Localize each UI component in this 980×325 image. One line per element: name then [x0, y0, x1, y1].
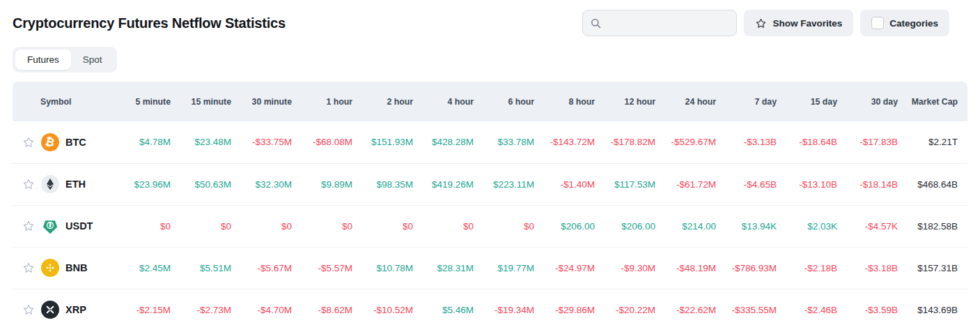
netflow-value: $428.28M	[413, 121, 474, 163]
netflow-value: $206.00	[534, 205, 595, 247]
symbol-cell: ₿BTC	[13, 121, 110, 163]
netflow-value: $9.89M	[292, 163, 352, 205]
categories-button[interactable]: Categories	[860, 10, 949, 36]
netflow-value: -$17.83B	[837, 121, 898, 163]
netflow-value: -$22.62M	[655, 289, 716, 325]
netflow-value: -$3.13B	[716, 121, 777, 163]
page-title: Cryptocurrency Futures Netflow Statistic…	[13, 15, 286, 31]
column-header-15-minute[interactable]: 15 minute	[171, 82, 231, 121]
netflow-value: $2.45M	[110, 247, 171, 289]
column-header-7-day[interactable]: 7 day	[716, 82, 777, 121]
netflow-value: $32.30M	[231, 163, 292, 205]
tab-spot[interactable]: Spot	[71, 50, 114, 70]
symbol-label: BNB	[65, 262, 87, 273]
svg-text:₮: ₮	[48, 221, 53, 229]
show-favorites-label: Show Favorites	[772, 18, 842, 29]
netflow-value: -$29.86M	[534, 289, 595, 325]
favorite-star-icon[interactable]	[22, 136, 35, 149]
netflow-value: $28.31M	[413, 247, 474, 289]
usdt-icon: ₮	[41, 217, 59, 235]
favorite-star-icon[interactable]	[22, 178, 35, 190]
table-row-bnb[interactable]: BNB$2.45M$5.51M-$5.67M-$5.57M$10.78M$28.…	[13, 247, 967, 289]
table-row-usdt[interactable]: ₮USDT$0$0$0$0$0$0$0$206.00$206.00$214.00…	[13, 205, 967, 247]
netflow-table: Symbol5 minute15 minute30 minute1 hour2 …	[13, 82, 967, 325]
netflow-value: -$4.70M	[231, 289, 292, 325]
column-header-symbol[interactable]: Symbol	[13, 82, 110, 121]
market-cap-value: $468.64B	[898, 163, 967, 205]
netflow-value: -$2.18B	[777, 247, 837, 289]
netflow-value: -$13.10B	[777, 163, 837, 205]
netflow-value: $0	[171, 205, 231, 247]
market-cap-value: $2.21T	[898, 121, 967, 163]
netflow-value: -$61.72M	[655, 163, 716, 205]
favorite-star-icon[interactable]	[22, 262, 35, 274]
netflow-value: -$529.67M	[655, 121, 716, 163]
search-input[interactable]	[607, 18, 730, 29]
xrp-icon	[41, 301, 59, 319]
netflow-value: $0	[474, 205, 534, 247]
netflow-value: $5.46M	[413, 289, 474, 325]
column-header-30-day[interactable]: 30 day	[837, 82, 898, 121]
netflow-value: $151.93M	[352, 121, 413, 163]
symbol-label: ETH	[65, 179, 86, 190]
column-header-24-hour[interactable]: 24 hour	[655, 82, 716, 121]
netflow-value: -$19.34M	[474, 289, 534, 325]
netflow-value: -$33.75M	[231, 121, 292, 163]
favorite-star-icon[interactable]	[22, 220, 35, 232]
netflow-value: -$18.14B	[837, 163, 898, 205]
netflow-value: -$48.19M	[655, 247, 716, 289]
column-header-2-hour[interactable]: 2 hour	[352, 82, 413, 121]
netflow-value: $214.00	[655, 205, 716, 247]
netflow-value: -$2.73M	[171, 289, 231, 325]
netflow-value: -$786.93M	[716, 247, 777, 289]
column-header-1-hour[interactable]: 1 hour	[292, 82, 352, 121]
netflow-value: -$8.62M	[292, 289, 352, 325]
symbol-cell: BNB	[13, 247, 110, 289]
netflow-value: -$335.55M	[716, 289, 777, 325]
netflow-value: $10.78M	[352, 247, 413, 289]
table-row-xrp[interactable]: XRP-$2.15M-$2.73M-$4.70M-$8.62M-$10.52M$…	[13, 289, 967, 325]
netflow-value: $0	[292, 205, 352, 247]
symbol-label: BTC	[65, 137, 86, 148]
netflow-value: -$3.18B	[837, 247, 898, 289]
netflow-value: -$4.57K	[837, 205, 898, 247]
netflow-value: $0	[110, 205, 171, 247]
netflow-value: -$2.46B	[777, 289, 837, 325]
column-header-6-hour[interactable]: 6 hour	[474, 82, 534, 121]
netflow-value: $33.78M	[474, 121, 534, 163]
tab-futures[interactable]: Futures	[15, 50, 71, 70]
show-favorites-button[interactable]: Show Favorites	[744, 10, 853, 36]
netflow-value: $206.00	[595, 205, 655, 247]
netflow-value: $0	[231, 205, 292, 247]
table-body: ₿BTC$4.78M$23.48M-$33.75M-$68.08M$151.93…	[13, 121, 967, 325]
column-header-15-day[interactable]: 15 day	[777, 82, 837, 121]
table-row-btc[interactable]: ₿BTC$4.78M$23.48M-$33.75M-$68.08M$151.93…	[13, 121, 967, 163]
table-row-eth[interactable]: ETH$23.96M$50.63M$32.30M$9.89M$98.35M$41…	[13, 163, 967, 205]
netflow-value: $98.35M	[352, 163, 413, 205]
column-header-5-minute[interactable]: 5 minute	[110, 82, 171, 121]
netflow-value: $419.26M	[413, 163, 474, 205]
column-header-4-hour[interactable]: 4 hour	[413, 82, 474, 121]
bnb-icon	[41, 259, 59, 277]
netflow-value: -$143.72M	[534, 121, 595, 163]
netflow-value: $2.03K	[777, 205, 837, 247]
netflow-value: -$9.30M	[595, 247, 655, 289]
netflow-value: -$4.65B	[716, 163, 777, 205]
netflow-value: $23.48M	[171, 121, 231, 163]
market-type-tabs: FuturesSpot	[13, 47, 117, 73]
netflow-value: -$20.22M	[595, 289, 655, 325]
netflow-value: -$18.64B	[777, 121, 837, 163]
market-cap-value: $182.58B	[898, 205, 967, 247]
column-header-market-cap[interactable]: Market Cap	[898, 82, 967, 121]
column-header-8-hour[interactable]: 8 hour	[534, 82, 595, 121]
categories-checkbox[interactable]	[871, 17, 884, 29]
netflow-value: -$3.59B	[837, 289, 898, 325]
netflow-value: -$5.67M	[231, 247, 292, 289]
column-header-12-hour[interactable]: 12 hour	[595, 82, 655, 121]
column-header-30-minute[interactable]: 30 minute	[231, 82, 292, 121]
search-box[interactable]	[582, 10, 737, 36]
symbol-cell: ₮USDT	[13, 205, 110, 247]
search-icon	[590, 17, 602, 29]
favorite-star-icon[interactable]	[22, 303, 35, 316]
netflow-value: $50.63M	[171, 163, 231, 205]
